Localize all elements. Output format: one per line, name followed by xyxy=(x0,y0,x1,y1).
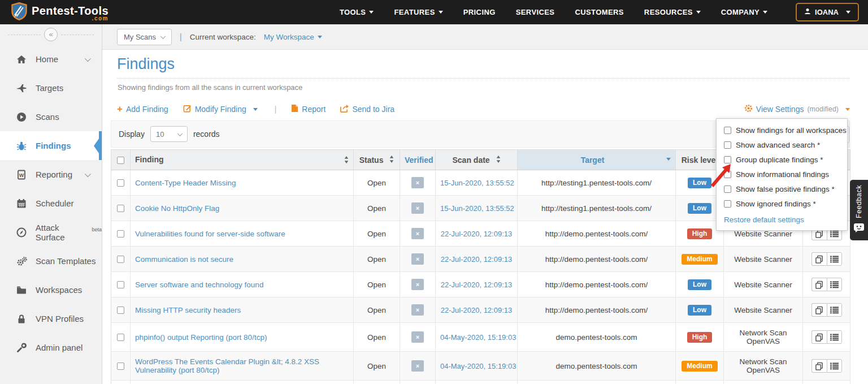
row-actions xyxy=(811,330,842,344)
chevron-down-icon xyxy=(318,36,322,38)
user-menu-button[interactable]: IOANA xyxy=(796,3,859,21)
checkbox-unchecked-icon[interactable] xyxy=(724,200,731,208)
nav-customers[interactable]: CUSTOMERS xyxy=(575,8,623,16)
finding-details-button[interactable] xyxy=(827,252,842,266)
sidebar-collapse-button[interactable]: « xyxy=(44,28,58,41)
page-size-select[interactable]: 10 xyxy=(150,126,188,142)
scan-date-link[interactable]: 04-May-2020, 15:19:03 xyxy=(440,333,516,342)
sidebar-item-home[interactable]: Home xyxy=(0,45,102,74)
checkbox-unchecked-icon[interactable] xyxy=(724,127,731,134)
row-checkbox[interactable] xyxy=(117,307,124,314)
checkbox-unchecked-icon[interactable] xyxy=(724,141,731,149)
row-actions xyxy=(811,303,842,317)
send-to-jira-button[interactable]: Send to Jira xyxy=(340,104,394,114)
brand-logo[interactable]: Pentest-Tools .com xyxy=(11,2,108,23)
view-settings-button[interactable]: View Settings (modified) xyxy=(744,104,850,114)
sidebar-item-reporting[interactable]: W Reporting xyxy=(0,160,102,189)
row-checkbox[interactable] xyxy=(117,281,124,288)
duplicate-finding-button[interactable] xyxy=(811,330,827,344)
folder-icon xyxy=(16,285,28,295)
sidebar-item-targets[interactable]: Targets xyxy=(0,74,102,102)
scan-date-link[interactable]: 15-Jun-2020, 13:55:52 xyxy=(440,204,514,213)
scan-date-link[interactable]: 15-Jun-2020, 13:55:52 xyxy=(440,179,514,187)
verified-toggle-badge[interactable]: × xyxy=(411,279,424,290)
verified-toggle-badge[interactable]: × xyxy=(411,228,424,239)
finding-link[interactable]: Server software and technology found xyxy=(135,281,263,289)
verified-toggle-badge[interactable]: × xyxy=(411,360,424,372)
scan-date-link[interactable]: 22-Jul-2020, 12:09:13 xyxy=(441,281,512,289)
view-settings-option[interactable]: Show false positive findings * xyxy=(724,185,840,193)
row-checkbox[interactable] xyxy=(117,256,124,263)
finding-details-button[interactable] xyxy=(827,330,842,344)
finding-details-button[interactable] xyxy=(827,278,842,291)
duplicate-finding-button[interactable] xyxy=(811,278,827,291)
report-button[interactable]: Report xyxy=(291,104,326,114)
scan-date-header[interactable]: Scan date xyxy=(436,150,518,170)
restore-default-settings-link[interactable]: Restore default settings xyxy=(724,215,804,224)
duplicate-finding-button[interactable] xyxy=(811,303,827,317)
finding-header[interactable]: Finding xyxy=(131,150,354,170)
finding-details-button[interactable] xyxy=(827,359,842,373)
chevron-down-icon xyxy=(845,108,850,111)
duplicate-finding-button[interactable] xyxy=(811,252,827,266)
finding-link[interactable]: Communication is not secure xyxy=(135,255,233,264)
row-checkbox[interactable] xyxy=(117,179,124,187)
workspace-selector[interactable]: My Workspace xyxy=(264,33,322,41)
select-all-header xyxy=(111,150,131,170)
sidebar-item-admin-panel[interactable]: Admin panel xyxy=(0,333,102,362)
row-checkbox[interactable] xyxy=(117,230,124,238)
select-all-checkbox[interactable] xyxy=(117,157,124,164)
view-settings-option[interactable]: Show ignored findings * xyxy=(724,200,840,208)
sidebar-item-scans[interactable]: Scans xyxy=(0,102,102,131)
view-settings-option[interactable]: Show advanced search * xyxy=(724,141,840,149)
nav-features[interactable]: FEATURES xyxy=(394,8,442,16)
finding-link[interactable]: Content-Type Header Missing xyxy=(135,179,236,187)
finding-link[interactable]: phpinfo() output Reporting (port 80/tcp) xyxy=(135,333,267,342)
risk-badge: Low xyxy=(688,203,711,214)
nav-tools[interactable]: TOOLS xyxy=(340,8,374,16)
scan-date-link[interactable]: 22-Jul-2020, 12:09:13 xyxy=(441,306,512,314)
nav-services[interactable]: SERVICES xyxy=(516,8,555,16)
scan-date-link[interactable]: 22-Jul-2020, 12:09:13 xyxy=(441,255,512,264)
scan-date-link[interactable]: 04-May-2020, 15:19:03 xyxy=(440,362,516,370)
chevron-down-icon xyxy=(177,131,183,136)
status-header[interactable]: Status xyxy=(354,150,400,170)
view-settings-option[interactable]: Show findings for all workspaces xyxy=(724,126,840,135)
duplicate-finding-button[interactable] xyxy=(811,359,827,373)
verified-toggle-badge[interactable]: × xyxy=(411,253,424,265)
add-finding-button[interactable]: + Add Finding xyxy=(117,105,168,114)
finding-link[interactable]: Missing HTTP security headers xyxy=(135,306,241,314)
view-settings-option[interactable]: Show informational findings xyxy=(724,170,840,179)
sidebar-item-scheduler[interactable]: Scheduler xyxy=(0,189,102,218)
finding-details-button[interactable] xyxy=(827,303,842,317)
modify-finding-button[interactable]: Modify Finding xyxy=(183,104,258,114)
row-checkbox[interactable] xyxy=(117,363,124,370)
scope-select[interactable]: My Scans xyxy=(117,29,172,45)
verified-header[interactable]: Verified xyxy=(400,150,436,170)
finding-link[interactable]: Vulnerabilities found for server-side so… xyxy=(135,230,285,238)
view-settings-options: Show findings for all workspaces Show ad… xyxy=(724,126,840,208)
row-checkbox[interactable] xyxy=(117,205,124,212)
verified-toggle-badge[interactable]: × xyxy=(411,331,424,343)
sidebar-item-findings[interactable]: Findings xyxy=(0,131,102,160)
verified-toggle-badge[interactable]: × xyxy=(411,202,424,214)
sidebar-item-attack-surface[interactable]: Attack Surface beta xyxy=(0,218,102,247)
view-settings-option[interactable]: Group duplicate findings * xyxy=(724,156,840,164)
target-header[interactable]: Target xyxy=(518,150,676,170)
sidebar-item-workspaces[interactable]: Workspaces xyxy=(0,275,102,304)
nav-resources[interactable]: RESOURCES xyxy=(644,8,701,16)
chevron-down-icon xyxy=(846,11,850,14)
sidebar-item-scan-templates[interactable]: Scan Templates xyxy=(0,247,102,275)
chevron-down-icon xyxy=(85,55,91,61)
verified-toggle-badge[interactable]: × xyxy=(411,177,424,188)
nav-pricing[interactable]: PRICING xyxy=(463,8,496,16)
finding-link[interactable]: Cookie No HttpOnly Flag xyxy=(135,204,219,213)
scan-date-link[interactable]: 22-Jul-2020, 12:09:13 xyxy=(441,230,512,238)
finding-link[interactable]: WordPress The Events Calendar Plugin &lt… xyxy=(135,357,319,374)
feedback-tab[interactable]: Feedback xyxy=(850,180,868,240)
row-checkbox[interactable] xyxy=(117,334,124,341)
nav-company[interactable]: COMPANY xyxy=(721,8,767,16)
target-cell: http://demo.pentest-tools.com/ xyxy=(518,272,676,297)
sidebar-item-vpn-profiles[interactable]: VPN Profiles xyxy=(0,304,102,333)
verified-toggle-badge[interactable]: × xyxy=(411,304,424,316)
